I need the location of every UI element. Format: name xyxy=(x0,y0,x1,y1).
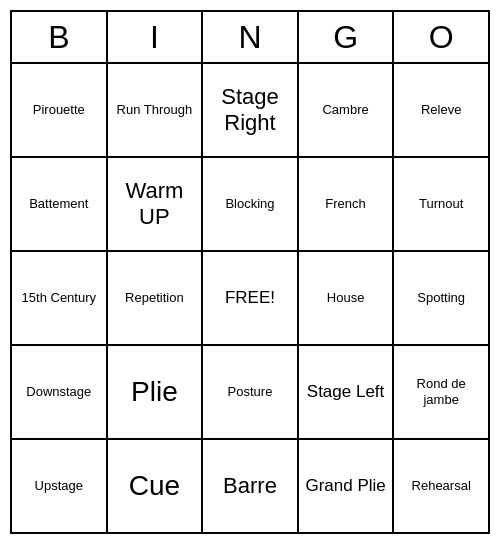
bingo-cell: Grand Plie xyxy=(299,440,395,532)
bingo-cell: Stage Right xyxy=(203,64,299,156)
bingo-row: UpstageCueBarreGrand PlieRehearsal xyxy=(12,440,488,532)
bingo-cell: French xyxy=(299,158,395,250)
bingo-cell: Barre xyxy=(203,440,299,532)
bingo-row: 15th CenturyRepetitionFREE!HouseSpotting xyxy=(12,252,488,346)
bingo-cell: Releve xyxy=(394,64,488,156)
bingo-cell: Downstage xyxy=(12,346,108,438)
header-letter: I xyxy=(108,12,204,62)
bingo-cell: Run Through xyxy=(108,64,204,156)
header-letter: N xyxy=(203,12,299,62)
bingo-cell: Spotting xyxy=(394,252,488,344)
bingo-cell: Posture xyxy=(203,346,299,438)
bingo-cell: Rehearsal xyxy=(394,440,488,532)
bingo-card: BINGO PirouetteRun ThroughStage RightCam… xyxy=(10,10,490,534)
bingo-cell: Plie xyxy=(108,346,204,438)
bingo-cell: Upstage xyxy=(12,440,108,532)
header-letter: B xyxy=(12,12,108,62)
bingo-cell: Turnout xyxy=(394,158,488,250)
bingo-cell: Battement xyxy=(12,158,108,250)
bingo-cell: Cue xyxy=(108,440,204,532)
bingo-row: DownstagePliePostureStage LeftRond de ja… xyxy=(12,346,488,440)
bingo-cell: Repetition xyxy=(108,252,204,344)
bingo-cell: Warm UP xyxy=(108,158,204,250)
bingo-cell: Pirouette xyxy=(12,64,108,156)
bingo-row: PirouetteRun ThroughStage RightCambreRel… xyxy=(12,64,488,158)
header-letter: O xyxy=(394,12,488,62)
bingo-cell: FREE! xyxy=(203,252,299,344)
bingo-header: BINGO xyxy=(12,12,488,64)
header-letter: G xyxy=(299,12,395,62)
bingo-row: BattementWarm UPBlockingFrenchTurnout xyxy=(12,158,488,252)
bingo-cell: 15th Century xyxy=(12,252,108,344)
bingo-grid: PirouetteRun ThroughStage RightCambreRel… xyxy=(12,64,488,532)
bingo-cell: Rond de jambe xyxy=(394,346,488,438)
bingo-cell: House xyxy=(299,252,395,344)
bingo-cell: Stage Left xyxy=(299,346,395,438)
bingo-cell: Cambre xyxy=(299,64,395,156)
bingo-cell: Blocking xyxy=(203,158,299,250)
